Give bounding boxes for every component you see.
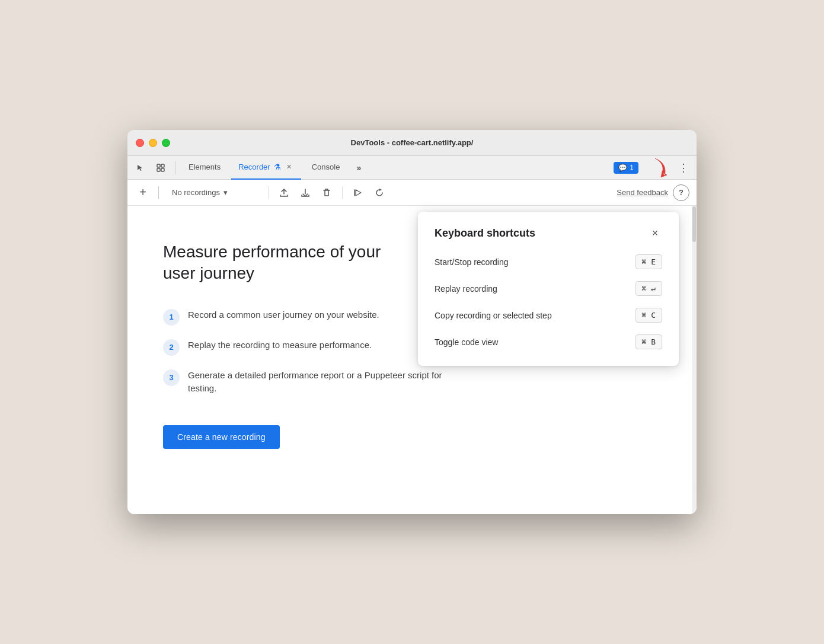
shortcut-key-0: ⌘ E (635, 254, 662, 269)
flask-icon: ⚗ (274, 162, 281, 171)
step-item-3: 3 Generate a detailed performance report… (163, 369, 459, 396)
recordings-dropdown[interactable]: No recordings ▾ (166, 186, 261, 199)
shortcut-key-3: ⌘ B (635, 334, 662, 349)
step-item-2: 2 Replay the recording to measure perfor… (163, 339, 459, 356)
shortcut-row-1: Replay recording ⌘ ↵ (435, 281, 662, 296)
traffic-lights (136, 139, 170, 147)
download-btn[interactable] (297, 184, 314, 201)
maximize-button[interactable] (162, 139, 170, 147)
shortcuts-panel: Keyboard shortcuts × Start/Stop recordin… (418, 212, 679, 366)
tab-bar-left: Elements Recorder ⚗ ✕ Console » (132, 156, 367, 180)
scrollbar-track[interactable] (692, 206, 697, 514)
create-recording-button[interactable]: Create a new recording (163, 425, 280, 449)
no-recordings-label: No recordings (172, 188, 220, 197)
steps-list: 1 Record a common user journey on your w… (163, 308, 459, 396)
step-text-2: Replay the recording to measure performa… (188, 339, 372, 352)
title-bar: DevTools - coffee-cart.netlify.app/ (127, 130, 697, 156)
toolbar-divider-2 (268, 186, 269, 199)
shortcuts-list: Start/Stop recording ⌘ E Replay recordin… (435, 254, 662, 349)
minimize-button[interactable] (149, 139, 157, 147)
shortcuts-title: Keyboard shortcuts (435, 227, 535, 240)
delete-btn[interactable] (318, 184, 335, 201)
cursor-icon-btn[interactable] (132, 160, 149, 176)
close-button[interactable] (136, 139, 144, 147)
shortcut-label-3: Toggle code view (435, 337, 498, 347)
tab-recorder[interactable]: Recorder ⚗ ✕ (231, 156, 301, 180)
add-recording-btn[interactable]: + (135, 184, 151, 201)
chat-icon: 💬 (618, 164, 627, 172)
step-number-3: 3 (163, 369, 180, 386)
devtools-window: DevTools - coffee-cart.netlify.app/ Elem… (127, 130, 697, 514)
svg-rect-3 (161, 168, 164, 171)
step-text-3: Generate a detailed performance report o… (188, 369, 459, 396)
more-tabs-btn[interactable]: » (350, 160, 367, 176)
shortcut-row-0: Start/Stop recording ⌘ E (435, 254, 662, 269)
shortcut-label-1: Replay recording (435, 284, 497, 294)
send-feedback-btn[interactable]: Send feedback (617, 188, 668, 197)
svg-rect-2 (161, 164, 164, 167)
tab-console[interactable]: Console (305, 156, 347, 180)
devtools-menu-btn[interactable]: ⋮ (675, 160, 692, 176)
step-text-1: Record a common user journey on your web… (188, 308, 379, 322)
scrollbar-thumb[interactable] (692, 206, 696, 242)
shortcut-key-1: ⌘ ↵ (635, 281, 662, 296)
shortcut-row-3: Toggle code view ⌘ B (435, 334, 662, 349)
shortcuts-close-btn[interactable]: × (648, 226, 662, 240)
page-heading: Measure performance of your user journey (163, 241, 412, 285)
svg-rect-0 (157, 164, 160, 167)
red-arrow-annotation (642, 157, 672, 178)
tab-bar: Elements Recorder ⚗ ✕ Console » 💬 1 (127, 156, 697, 180)
upload-btn[interactable] (276, 184, 292, 201)
window-title: DevTools - coffee-cart.netlify.app/ (351, 138, 474, 147)
step-number-1: 1 (163, 309, 180, 326)
step-number-2: 2 (163, 339, 180, 356)
notification-count: 1 (630, 164, 634, 172)
tab-elements[interactable]: Elements (181, 156, 228, 180)
shortcut-label-0: Start/Stop recording (435, 257, 509, 267)
chevron-down-icon: ▾ (223, 188, 228, 197)
svg-rect-1 (157, 168, 160, 171)
notification-button[interactable]: 💬 1 (614, 162, 638, 174)
shortcut-label-2: Copy recording or selected step (435, 311, 552, 320)
shortcut-key-2: ⌘ C (635, 308, 662, 323)
toolbar: + No recordings ▾ (127, 180, 697, 206)
tab-close-icon[interactable]: ✕ (285, 162, 294, 172)
replay-btn[interactable] (371, 184, 388, 201)
toolbar-divider-3 (342, 186, 343, 199)
help-btn[interactable]: ? (673, 184, 689, 201)
play-btn[interactable] (350, 184, 366, 201)
shortcuts-header: Keyboard shortcuts × (435, 226, 662, 240)
step-item-1: 1 Record a common user journey on your w… (163, 308, 459, 326)
main-content: Measure performance of your user journey… (127, 206, 697, 514)
toolbar-divider-1 (158, 186, 159, 199)
tab-bar-right: 💬 1 ⋮ (614, 157, 692, 178)
tab-divider (175, 161, 175, 174)
shortcut-row-2: Copy recording or selected step ⌘ C (435, 308, 662, 323)
inspector-icon-btn[interactable] (152, 160, 169, 176)
toolbar-right: Send feedback ? (617, 184, 689, 201)
